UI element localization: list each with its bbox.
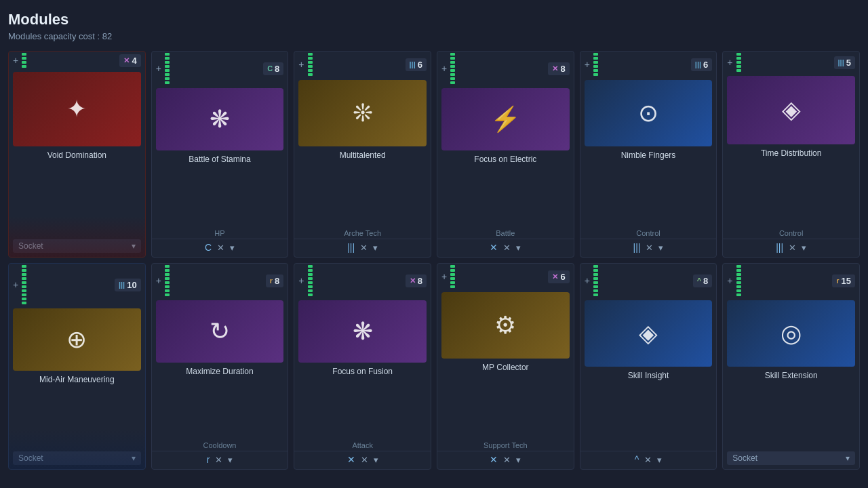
card-bottom-time-distribution: ||| ✕ ▾ [723, 239, 859, 257]
type-icon-mp-collector: ✕ [490, 454, 498, 465]
remove-multitalented[interactable]: ✕ [360, 243, 368, 253]
expand-multitalented[interactable]: ▾ [373, 243, 378, 253]
category-time-distribution: Control [723, 228, 859, 239]
module-icon-focus-on-fusion: ❋ [353, 319, 373, 344]
add-button-maximize-duration[interactable]: + [156, 275, 161, 286]
type-icon-focus-on-electric: ✕ [490, 242, 498, 253]
add-button-time-distribution[interactable]: + [727, 57, 732, 68]
expand-skill-insight[interactable]: ▾ [657, 455, 662, 465]
page-subtitle: Modules capacity cost : 82 [8, 31, 860, 41]
module-card-focus-on-electric: + ✕ 8 ⚡ Focus on Electric Battle ✕ ✕ ▾ [437, 51, 574, 258]
cost-mp-collector: 6 [560, 272, 565, 282]
module-name-skill-extension: Skill Extension [723, 368, 859, 382]
expand-time-distribution[interactable]: ▾ [802, 243, 806, 253]
expand-mp-collector[interactable]: ▾ [516, 455, 521, 465]
remove-time-distribution[interactable]: ✕ [789, 243, 796, 253]
module-card-mid-air-maneuvering: + ||| 10 ⊕ Mid-Air Maneuvering Socke [8, 263, 146, 470]
module-name-nimble-fingers: Nimble Fingers [580, 148, 717, 161]
module-card-maximize-duration: + r 8 ↻ Maximize Duration Cooldown r ✕ ▾ [151, 263, 289, 470]
module-icon-mid-air-maneuvering: ⊕ [66, 327, 87, 352]
socket-select-skill-extension[interactable]: Socket ▾ [727, 451, 855, 465]
module-icon-mp-collector: ⚙ [494, 313, 516, 338]
add-button-nimble-fingers[interactable]: + [585, 59, 590, 70]
module-name-void-domination: Void Domination [9, 148, 145, 161]
remove-mp-collector[interactable]: ✕ [503, 455, 511, 465]
remove-nimble-fingers[interactable]: ✕ [646, 243, 653, 253]
add-button-battle-of-stamina[interactable]: + [156, 63, 161, 74]
module-card-battle-of-stamina: + C 8 ❋ Battle of Stamina HP C ✕ ▾ [151, 51, 289, 258]
remove-battle-of-stamina[interactable]: ✕ [217, 243, 224, 253]
module-card-mp-collector: + ✕ 6 ⚙ MP Collector Support Tech ✕ ✕ ▾ [437, 263, 574, 470]
type-icon-battle-of-stamina: C [205, 242, 212, 253]
expand-maximize-duration[interactable]: ▾ [228, 455, 233, 465]
expand-focus-on-electric[interactable]: ▾ [516, 243, 521, 253]
add-button-skill-insight[interactable]: + [585, 275, 590, 286]
module-name-focus-on-fusion: Focus on Fusion [294, 364, 431, 378]
module-icon-time-distribution: ◈ [782, 98, 801, 122]
module-name-time-distribution: Time Distribution [723, 146, 859, 159]
page-title: Modules [8, 11, 860, 28]
module-card-skill-extension: + r 15 ◎ Skill Extension Socket ▾ [722, 263, 860, 470]
module-card-nimble-fingers: + ||| 6 ⊙ Nimble Fingers Control ||| ✕ ▾ [580, 51, 717, 258]
cost-multitalented: 6 [418, 60, 422, 70]
cost-time-distribution: 5 [846, 58, 851, 68]
card-bottom-maximize-duration: r ✕ ▾ [152, 451, 288, 469]
socket-select-mid-air-maneuvering[interactable]: Socket ▾ [13, 451, 141, 465]
module-icon-maximize-duration: ↻ [210, 319, 230, 344]
module-name-battle-of-stamina: Battle of Stamina [152, 152, 288, 165]
type-icon-nimble-fingers: ||| [633, 242, 641, 253]
expand-battle-of-stamina[interactable]: ▾ [230, 243, 235, 253]
expand-nimble-fingers[interactable]: ▾ [658, 243, 663, 253]
cost-focus-on-fusion: 8 [418, 276, 422, 286]
category-mp-collector: Support Tech [437, 440, 574, 451]
module-name-multitalented: Multitalented [294, 148, 431, 161]
add-button-void-domination[interactable]: + [13, 55, 18, 66]
type-icon-time-distribution: ||| [776, 242, 783, 253]
type-icon-skill-insight: ^ [635, 454, 639, 465]
remove-focus-on-electric[interactable]: ✕ [503, 243, 511, 253]
socket-select-void-domination[interactable]: Socket ▾ [13, 239, 141, 253]
chevron-icon-mid-air: ▾ [132, 453, 136, 463]
add-button-mid-air-maneuvering[interactable]: + [13, 279, 18, 290]
remove-skill-insight[interactable]: ✕ [644, 455, 652, 465]
add-button-mp-collector[interactable]: + [441, 271, 447, 282]
category-multitalented: Arche Tech [294, 228, 431, 239]
card-bottom-battle-of-stamina: C ✕ ▾ [152, 239, 288, 257]
module-card-time-distribution: + ||| 5 ◈ Time Distribution Control ||| … [722, 51, 860, 258]
module-icon-nimble-fingers: ⊙ [638, 101, 658, 125]
module-icon-focus-on-electric: ⚡ [490, 107, 521, 131]
category-battle-of-stamina: HP [152, 228, 288, 239]
cost-void-domination: 4 [132, 56, 136, 66]
cost-battle-of-stamina: 8 [275, 64, 279, 74]
module-name-skill-insight: Skill Insight [580, 368, 717, 382]
category-nimble-fingers: Control [580, 228, 717, 239]
add-button-multitalented[interactable]: + [298, 59, 304, 70]
add-button-skill-extension[interactable]: + [727, 275, 732, 286]
module-icon-battle-of-stamina: ❋ [210, 107, 230, 131]
module-name-mp-collector: MP Collector [437, 360, 574, 373]
category-focus-on-fusion: Attack [294, 440, 431, 451]
cost-focus-on-electric: 8 [560, 64, 565, 74]
expand-focus-on-fusion[interactable]: ▾ [374, 455, 378, 465]
cost-skill-insight: 8 [703, 276, 708, 286]
module-card-multitalented: + ||| 6 ❊ Multitalented Arche Tech ||| ✕… [294, 51, 431, 258]
modules-page: Modules Modules capacity cost : 82 + ✕ 4… [0, 0, 868, 488]
card-bottom-focus-on-fusion: ✕ ✕ ▾ [294, 451, 431, 469]
chevron-icon-skill-ext: ▾ [846, 453, 850, 463]
modules-grid: + ✕ 4 ✦ Void Domination Socket ▾ [8, 51, 860, 470]
module-icon-multitalented: ❊ [353, 101, 373, 125]
card-bottom-multitalented: ||| ✕ ▾ [294, 239, 431, 257]
type-icon-multitalented: ||| [347, 242, 355, 253]
cost-skill-extension: 15 [842, 276, 851, 286]
module-icon-skill-insight: ◈ [639, 321, 658, 346]
card-bottom-nimble-fingers: ||| ✕ ▾ [580, 239, 717, 257]
module-icon-skill-extension: ◎ [781, 321, 802, 346]
add-button-focus-on-electric[interactable]: + [441, 63, 447, 74]
remove-maximize-duration[interactable]: ✕ [215, 455, 222, 465]
remove-focus-on-fusion[interactable]: ✕ [361, 455, 368, 465]
card-bottom-mp-collector: ✕ ✕ ▾ [437, 451, 574, 469]
card-bottom-skill-insight: ^ ✕ ▾ [580, 451, 717, 469]
module-card-skill-insight: + ^ 8 ◈ Skill Insight ^ ✕ ▾ [580, 263, 717, 470]
add-button-focus-on-fusion[interactable]: + [298, 275, 304, 286]
type-icon-focus-on-fusion: ✕ [347, 454, 355, 465]
